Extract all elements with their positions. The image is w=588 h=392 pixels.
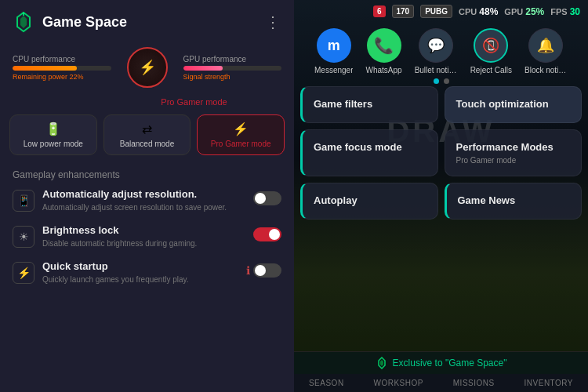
bullet-icon-item[interactable]: 💬 Bullet notific... (415, 28, 458, 74)
nav-inventory[interactable]: INVENTORY (524, 379, 573, 387)
signal-strength: Signal strength (183, 73, 282, 81)
center-gauge: ⚡ (119, 47, 176, 88)
quickstart-text: Quick startup Quickly launch games you f… (42, 260, 238, 285)
gpu-hud-label: GPU (504, 7, 523, 16)
low-power-label: Low power mode (24, 140, 83, 148)
game-focus-title: Game focus mode (314, 141, 426, 154)
pro-gamer-icon: ⚡ (233, 122, 249, 136)
badge3: PUBG (420, 5, 452, 18)
balanced-label: Balanced mode (120, 140, 175, 148)
app-title: Game Space (42, 14, 127, 31)
gpu-hud-val: 25% (525, 6, 544, 17)
hud-badge3: PUBG (420, 5, 452, 18)
hud-fps: FPS 30 (550, 6, 580, 17)
bottom-bar: Exclusive to "Game Space" SEASON WORKSHO… (294, 351, 588, 392)
resolution-desc: Automatically adjust screen resolution t… (42, 202, 245, 213)
nav-missions[interactable]: MISSIONS (453, 379, 495, 387)
autoplay-card[interactable]: Autoplay (300, 183, 438, 220)
svg-marker-4 (380, 360, 383, 366)
quickstart-item: ⚡ Quick startup Quickly launch games you… (13, 260, 281, 285)
dots-row (294, 78, 588, 84)
pro-gamer-label: Pro Gamer mode (0, 94, 294, 111)
quickstart-toggle-container: ℹ (246, 263, 281, 278)
messenger-icon: m (328, 38, 340, 54)
whatsapp-label: WhatsApp (365, 66, 401, 74)
whatsapp-icon-item[interactable]: 📞 WhatsApp (365, 28, 401, 74)
cpu-bar-fill (13, 66, 77, 71)
pro-gamer-mode-btn[interactable]: ⚡ Pro Gamer mode (197, 114, 285, 155)
gem-small-icon (376, 357, 388, 369)
hud-top: 6 170 PUBG CPU 48% GPU 25% FPS 30 (294, 0, 588, 23)
resolution-text: Automatically adjust resolution. Automat… (42, 188, 245, 213)
reject-calls-icon: 📵 (482, 37, 499, 54)
resolution-icon: 📱 (13, 190, 34, 212)
hud-gpu: GPU 25% (504, 6, 544, 17)
bullet-label: Bullet notific... (415, 66, 458, 74)
perf-modes-card[interactable]: Performance Modes Pro Gamer mode (445, 129, 583, 176)
svg-marker-1 (20, 16, 27, 28)
enhancements-title: Gameplay enhancements (13, 169, 281, 180)
info-icon: ℹ (246, 264, 250, 277)
hud-badge1: 6 (373, 5, 386, 17)
header: Game Space ⋮ (0, 0, 294, 41)
perf-modes-title: Performance Modes (456, 141, 571, 154)
low-power-icon: 🔋 (45, 122, 61, 136)
messenger-label: Messenger (314, 66, 353, 74)
nav-bar: SEASON WORKSHOP MISSIONS INVENTORY (294, 374, 588, 392)
reject-icon-item[interactable]: 📵 Reject Calls (470, 28, 512, 74)
dot-2[interactable] (444, 78, 449, 84)
hud-cpu: CPU 48% (459, 6, 498, 17)
resolution-toggle[interactable] (253, 191, 281, 205)
brightness-desc: Disable automatic brightness during gami… (42, 238, 245, 249)
brightness-toggle-container (253, 227, 281, 241)
gpu-bar-fill (183, 66, 223, 71)
game-news-card[interactable]: Game News (445, 183, 583, 220)
block-notif-label: Block notific... (524, 66, 568, 74)
left-panel: Game Space ⋮ CPU performance Remaining p… (0, 0, 294, 392)
cpu-bar (13, 66, 111, 71)
block-notif-icon: 🔔 (537, 37, 554, 54)
exclusive-badge: Exclusive to "Game Space" (294, 352, 588, 374)
cpu-hud-val: 48% (479, 6, 498, 17)
perf-section: CPU performance Remaining power 22% ⚡ GP… (0, 41, 294, 94)
exclusive-text: Exclusive to "Game Space" (393, 358, 507, 368)
brightness-toggle[interactable] (253, 227, 281, 241)
gpu-label: GPU performance (183, 55, 282, 64)
gpu-perf: GPU performance Signal strength (183, 55, 282, 81)
fps-hud-val: 30 (570, 6, 580, 17)
block-icon-item[interactable]: 🔔 Block notific... (524, 28, 568, 74)
menu-button[interactable]: ⋮ (265, 13, 281, 31)
perf-modes-sub: Pro Gamer mode (456, 156, 571, 165)
quickstart-toggle[interactable] (253, 263, 281, 278)
bullet-icon: 💬 (427, 37, 445, 54)
messenger-circle: m (317, 28, 351, 63)
remaining-power: Remaining power 22% (13, 73, 111, 81)
hud-badge2: 170 (392, 5, 415, 18)
bullet-circle: 💬 (419, 28, 453, 63)
resolution-item: 📱 Automatically adjust resolution. Autom… (13, 188, 281, 213)
messenger-icon-item[interactable]: m Messenger (314, 28, 353, 74)
brightness-title: Brightness lock (42, 224, 245, 238)
resolution-toggle-container (253, 191, 281, 205)
quickstart-icon: ⚡ (13, 262, 34, 284)
touch-opt-title: Touch optimization (456, 98, 571, 111)
balanced-mode-btn[interactable]: ⇄ Balanced mode (103, 114, 191, 155)
dot-1[interactable] (434, 78, 439, 84)
touch-opt-card[interactable]: Touch optimization (445, 86, 583, 123)
brightness-text: Brightness lock Disable automatic bright… (42, 224, 245, 249)
game-focus-card[interactable]: Game focus mode (300, 129, 438, 176)
resolution-title: Automatically adjust resolution. (42, 188, 245, 201)
feature-grid: Game filters Touch optimization Game foc… (300, 86, 582, 220)
brightness-icon: ☀ (13, 226, 34, 248)
autoplay-title: Autoplay (314, 194, 426, 208)
low-power-mode-btn[interactable]: 🔋 Low power mode (9, 114, 97, 155)
nav-workshop[interactable]: WORKSHOP (373, 379, 423, 387)
fps-hud-label: FPS (550, 7, 567, 16)
nav-season[interactable]: SEASON (309, 379, 344, 387)
right-panel: 6 170 PUBG CPU 48% GPU 25% FPS 30 m Mess… (294, 0, 588, 392)
cpu-perf: CPU performance Remaining power 22% (13, 55, 111, 81)
quickstart-title: Quick startup (42, 260, 238, 274)
reject-calls-label: Reject Calls (470, 66, 512, 74)
game-filters-card[interactable]: Game filters (300, 86, 438, 123)
cpu-label: CPU performance (13, 55, 111, 64)
